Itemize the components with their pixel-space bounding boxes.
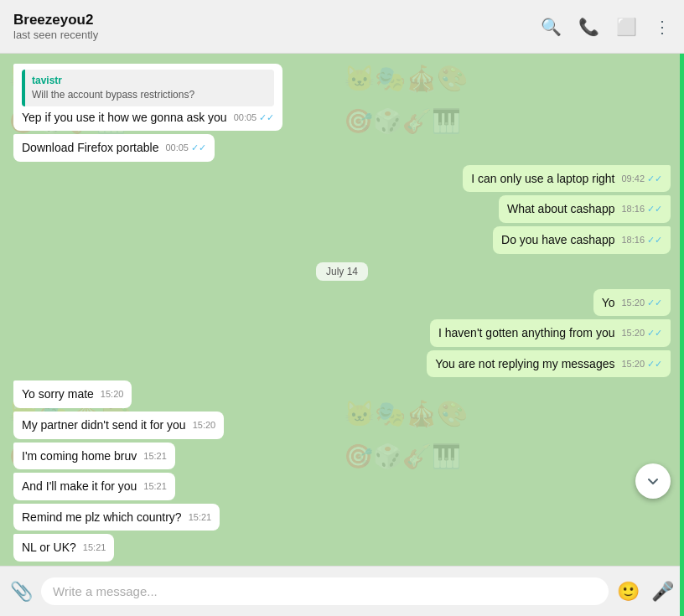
input-bar: 📎 🙂 🎤 — [0, 566, 684, 616]
message-bubble: I can only use a laptop right 09:42 ✓✓ — [463, 165, 671, 193]
table-row: What about cashapp 18:16 ✓✓ — [13, 195, 671, 223]
date-divider: July 14 — [13, 262, 671, 281]
quoted-author: tavistr — [32, 74, 267, 88]
message-text: Yep if you use it how we gonna ask you — [22, 111, 227, 124]
read-tick: ✓✓ — [647, 327, 662, 339]
message-bubble: Yo sorry mate 15:20 — [13, 380, 132, 408]
scroll-to-bottom-button[interactable] — [635, 463, 671, 499]
message-meta: 15:20 — [193, 419, 216, 432]
header-info: Breezeyou2 last seen recently — [13, 12, 541, 41]
message-time: 15:21 — [143, 450, 167, 463]
contact-name: Breezeyou2 — [13, 12, 541, 28]
table-row: You are not replying my messages 15:20 ✓… — [13, 350, 671, 378]
right-input-icons: 🙂 🎤 — [617, 581, 674, 603]
message-text: My partner didn't send it for you — [22, 418, 186, 432]
read-tick: ✓✓ — [259, 111, 274, 124]
contact-status: last seen recently — [13, 28, 541, 41]
message-text: Do you have cashapp — [501, 233, 614, 246]
messages-area: tavistr Will the account bypass restrict… — [0, 54, 684, 566]
message-bubble: My partner didn't send it for you 15:20 — [13, 412, 224, 439]
table-row: I haven't gotten anything from you 15:20… — [13, 319, 671, 347]
message-time: 09:42 — [621, 173, 645, 185]
table-row: Remind me plz which country? 15:21 — [13, 504, 671, 531]
message-bubble: tavistr Will the account bypass restrict… — [13, 64, 282, 131]
message-bubble: Remind me plz which country? 15:21 — [13, 504, 220, 531]
search-icon[interactable]: 🔍 — [541, 17, 562, 37]
table-row: I'm coming home bruv 15:21 — [13, 443, 671, 470]
message-text: Download Firefox portable — [22, 141, 158, 154]
message-meta: 00:05 ✓✓ — [234, 111, 275, 124]
message-time: 15:21 — [143, 480, 167, 493]
message-meta: 15:20 — [101, 388, 124, 401]
message-meta: 15:21 — [83, 541, 106, 554]
message-bubble: I'm coming home bruv 15:21 — [13, 443, 175, 470]
message-text: I'm coming home bruv — [22, 449, 137, 463]
quoted-text: Will the account bypass restrictions? — [32, 88, 267, 102]
table-row: Download Firefox portable 00:05 ✓✓ — [13, 134, 671, 162]
message-input[interactable] — [53, 584, 597, 598]
chat-container: Breezeyou2 last seen recently 🔍 📞 ⬜ ⋮ ta… — [0, 0, 684, 616]
date-badge: July 14 — [316, 262, 368, 281]
table-row: Yo 15:20 ✓✓ — [13, 289, 671, 317]
message-meta: 15:21 — [143, 480, 167, 493]
message-meta: 09:42 ✓✓ — [621, 173, 662, 185]
message-meta: 18:16 ✓✓ — [621, 203, 662, 215]
call-icon[interactable]: 📞 — [578, 17, 599, 37]
message-time: 15:21 — [189, 511, 212, 524]
message-bubble: And I'll make it for you 15:21 — [13, 473, 175, 500]
message-bubble: I haven't gotten anything from you 15:20… — [430, 319, 671, 347]
message-time: 00:05 — [165, 142, 189, 154]
message-text: Remind me plz which country? — [22, 510, 182, 524]
message-meta: 18:16 ✓✓ — [621, 234, 662, 246]
message-text: I haven't gotten anything from you — [438, 326, 614, 339]
panel-icon[interactable]: ⬜ — [616, 17, 637, 37]
table-row: Yo sorry mate 15:20 — [13, 380, 671, 408]
message-time: 15:20 — [621, 358, 645, 370]
message-time: 15:20 — [621, 327, 645, 339]
message-text: Yo — [602, 296, 615, 309]
message-meta: 00:05 ✓✓ — [165, 142, 206, 154]
table-row: NL or UK? 15:21 — [13, 534, 671, 562]
message-text: I can only use a laptop right — [471, 172, 614, 185]
message-text: You are not replying my messages — [435, 357, 614, 370]
message-time: 15:20 — [621, 297, 645, 309]
more-icon[interactable]: ⋮ — [654, 17, 671, 37]
message-time: 15:20 — [101, 388, 124, 401]
message-meta: 15:20 ✓✓ — [621, 358, 662, 370]
green-accent-bar — [680, 0, 684, 616]
message-meta: 15:20 ✓✓ — [621, 327, 662, 339]
quoted-message: tavistr Will the account bypass restrict… — [22, 70, 274, 106]
table-row: tavistr Will the account bypass restrict… — [13, 64, 671, 131]
message-time: 00:05 — [234, 111, 257, 124]
message-time: 15:20 — [193, 419, 216, 432]
read-tick: ✓✓ — [647, 203, 662, 215]
message-text: What about cashapp — [507, 202, 614, 215]
message-bubble: Do you have cashapp 18:16 ✓✓ — [493, 226, 671, 254]
message-text: And I'll make it for you — [22, 479, 137, 493]
read-tick: ✓✓ — [647, 297, 662, 309]
read-tick: ✓✓ — [647, 234, 662, 246]
attachment-icon[interactable]: 📎 — [10, 581, 33, 603]
message-time: 18:16 — [621, 234, 645, 246]
message-input-wrapper — [41, 577, 609, 605]
message-meta: 15:20 ✓✓ — [621, 297, 662, 309]
table-row: And I'll make it for you 15:21 — [13, 473, 671, 500]
message-meta: 15:21 — [189, 511, 212, 524]
message-bubble: You are not replying my messages 15:20 ✓… — [427, 350, 671, 378]
message-bubble: Yo 15:20 ✓✓ — [593, 289, 671, 317]
table-row: I can only use a laptop right 09:42 ✓✓ — [13, 165, 671, 193]
message-time: 18:16 — [621, 203, 645, 215]
message-bubble: NL or UK? 15:21 — [13, 534, 114, 562]
message-bubble: What about cashapp 18:16 ✓✓ — [499, 195, 671, 223]
message-text: Yo sorry mate — [22, 387, 94, 401]
emoji-icon[interactable]: 🙂 — [617, 581, 640, 603]
message-time: 15:21 — [83, 541, 106, 554]
read-tick: ✓✓ — [647, 173, 662, 185]
message-bubble: Download Firefox portable 00:05 ✓✓ — [13, 134, 215, 162]
message-meta: 15:21 — [143, 450, 167, 463]
read-tick: ✓✓ — [191, 142, 206, 154]
table-row: My partner didn't send it for you 15:20 — [13, 412, 671, 439]
header-actions: 🔍 📞 ⬜ ⋮ — [541, 17, 671, 37]
mic-icon[interactable]: 🎤 — [651, 581, 674, 603]
read-tick: ✓✓ — [647, 358, 662, 370]
